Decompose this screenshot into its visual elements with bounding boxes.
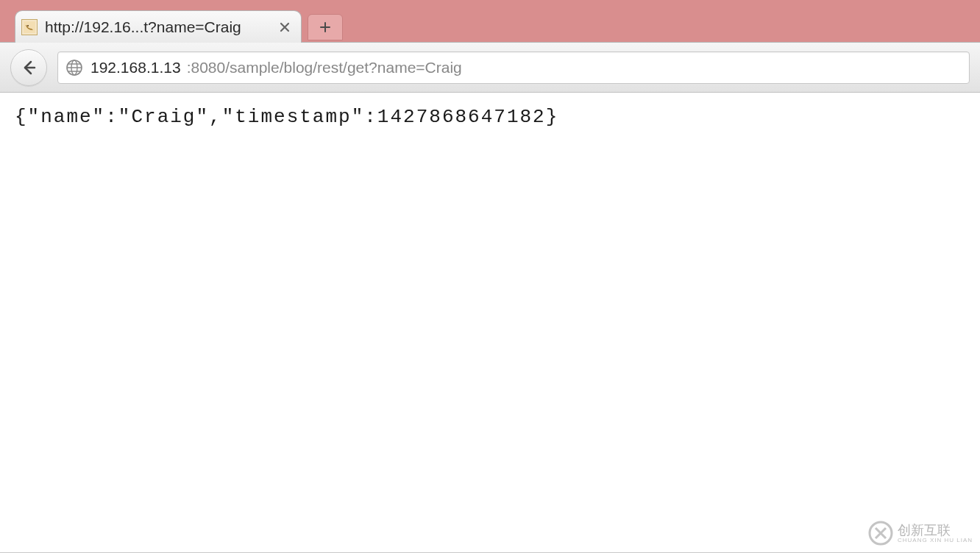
back-arrow-icon [20,59,38,76]
watermark: 创新互联 CHUANG XIN HU LIAN [868,521,973,546]
new-tab-button[interactable] [308,14,343,40]
tab-strip: http://192.16...t?name=Craig [0,0,980,43]
svg-point-1 [27,25,29,26]
page-content: {"name":"Craig","timestamp":142786864718… [0,93,980,141]
watermark-text: 创新互联 [898,524,973,537]
toolbar: 192.168.1.13:8080/sample/blog/rest/get?n… [0,43,980,93]
tab-title: http://192.16...t?name=Craig [45,18,270,36]
globe-icon [64,57,85,78]
tomcat-icon [21,19,38,35]
url-path: :8080/sample/blog/rest/get?name=Craig [187,59,462,76]
watermark-logo-icon [868,521,893,546]
back-button[interactable] [10,49,47,86]
browser-tab[interactable]: http://192.16...t?name=Craig [15,10,302,43]
url-bar[interactable]: 192.168.1.13:8080/sample/blog/rest/get?n… [57,51,970,84]
watermark-text-wrap: 创新互联 CHUANG XIN HU LIAN [898,524,973,543]
watermark-subtext: CHUANG XIN HU LIAN [898,537,973,543]
close-icon[interactable] [277,20,292,35]
svg-rect-0 [24,21,35,33]
url-host: 192.168.1.13 [90,59,181,76]
